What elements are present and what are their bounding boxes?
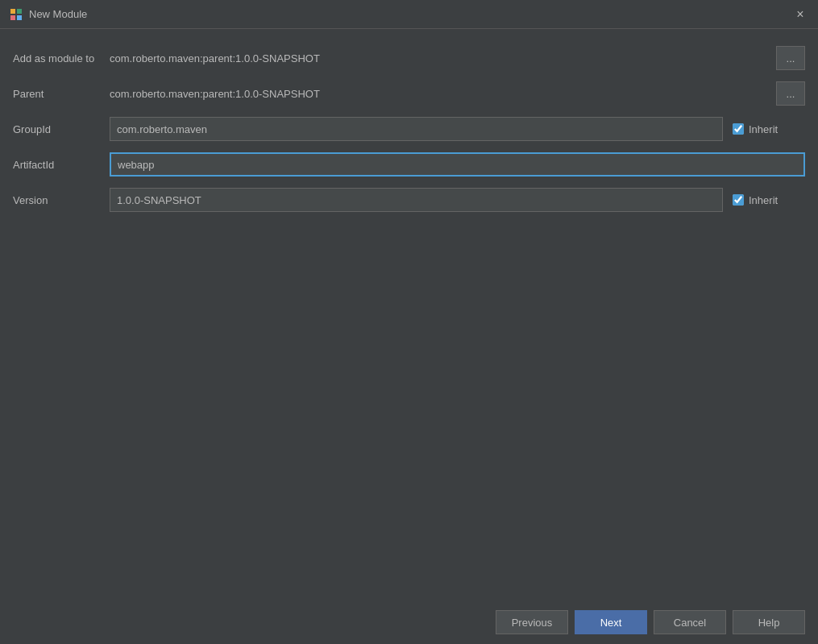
group-id-inherit-container: Inherit	[733, 123, 805, 135]
artifact-id-label: ArtifactId	[13, 159, 110, 171]
parent-label: Parent	[13, 88, 110, 100]
group-id-row: GroupId Inherit	[13, 116, 805, 142]
version-inherit-label: Inherit	[749, 194, 778, 206]
artifact-id-row: ArtifactId	[13, 152, 805, 177]
cancel-button[interactable]: Cancel	[654, 610, 726, 634]
parent-value: com.roberto.maven:parent:1.0.0-SNAPSHOT	[110, 88, 770, 100]
help-button[interactable]: Help	[733, 610, 805, 634]
title-bar: New Module ×	[0, 0, 818, 29]
add-module-browse-button[interactable]: ...	[776, 46, 805, 70]
add-module-row: Add as module to com.roberto.maven:paren…	[13, 45, 805, 71]
title-bar-left: New Module	[10, 8, 87, 21]
group-id-inherit-label: Inherit	[749, 123, 778, 135]
svg-rect-2	[10, 15, 15, 20]
form-content: Add as module to com.roberto.maven:paren…	[0, 29, 818, 644]
svg-rect-0	[10, 9, 15, 14]
artifact-id-input[interactable]	[110, 152, 805, 177]
group-id-label: GroupId	[13, 123, 110, 135]
version-label: Version	[13, 194, 110, 206]
previous-button[interactable]: Previous	[496, 610, 568, 634]
svg-rect-1	[17, 9, 22, 14]
add-module-label: Add as module to	[13, 52, 110, 64]
version-input[interactable]	[110, 188, 723, 212]
group-id-input[interactable]	[110, 117, 723, 141]
parent-browse-button[interactable]: ...	[776, 81, 805, 106]
version-inherit-checkbox[interactable]	[733, 194, 744, 206]
parent-row: Parent com.roberto.maven:parent:1.0.0-SN…	[13, 81, 805, 106]
close-button[interactable]: ×	[792, 6, 808, 23]
version-row: Version Inherit	[13, 187, 805, 213]
new-module-dialog: New Module × Add as module to com.robert…	[0, 0, 818, 644]
group-id-inherit-checkbox[interactable]	[733, 123, 744, 135]
dialog-title: New Module	[29, 8, 87, 20]
footer: Previous Next Cancel Help	[0, 600, 818, 644]
next-button[interactable]: Next	[575, 610, 647, 634]
add-module-value: com.roberto.maven:parent:1.0.0-SNAPSHOT	[110, 52, 770, 64]
module-icon	[10, 8, 23, 21]
version-inherit-container: Inherit	[733, 194, 805, 206]
svg-rect-3	[17, 15, 22, 20]
